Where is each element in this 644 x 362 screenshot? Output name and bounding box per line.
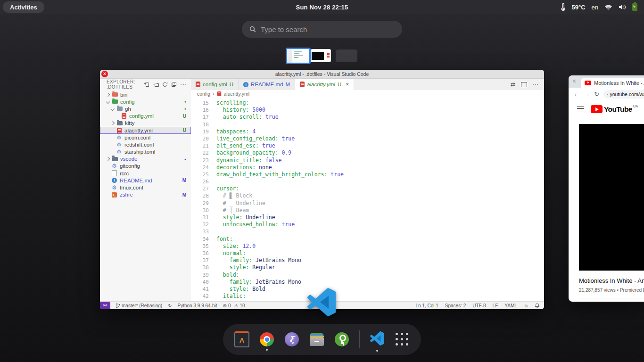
code-line[interactable]: 18 [191, 121, 544, 128]
code-line[interactable]: 37 family: JetBrains Mono [191, 257, 544, 264]
code-line[interactable]: 40 family: JetBrains Mono [191, 279, 544, 286]
more-actions-icon[interactable]: ··· [180, 82, 187, 86]
tree-item-readme-md[interactable]: iREADME.mdM [100, 177, 191, 184]
video-player[interactable] [579, 124, 644, 271]
back-button[interactable]: ← [573, 90, 579, 98]
tree-item-alacritty-yml[interactable]: alacritty.ymlU [100, 127, 191, 134]
language-mode[interactable]: YAML [504, 303, 517, 308]
tree-item-redshift-conf[interactable]: ⚙redshift.conf [100, 141, 191, 148]
dock-item-emacs[interactable]: ξ [284, 332, 299, 346]
code-line[interactable]: 25draw_bold_text_with_bright_colors: tru… [191, 171, 544, 178]
tree-item-picom-conf[interactable]: ⚙picom.conf [100, 134, 191, 141]
vscode-app-icon[interactable] [307, 288, 336, 316]
code-line[interactable]: 42 italic: [191, 293, 544, 300]
code-line[interactable]: 22background_opacity: 0.9 [191, 149, 544, 156]
system-status-area[interactable]: 59°C en ϟ [561, 0, 637, 14]
clock[interactable]: Sun Nov 28 22:15 [0, 4, 644, 11]
code-line[interactable]: 27cursor: [191, 185, 544, 192]
search-input[interactable]: Type to search [242, 21, 402, 38]
workspace-thumbnail-empty[interactable] [336, 49, 357, 62]
sync-icon[interactable]: ↻ [168, 303, 172, 308]
dock-item-chrome[interactable] [259, 332, 274, 346]
refresh-icon[interactable] [162, 82, 168, 87]
code-line[interactable]: 28 # ▋ Block [191, 192, 544, 199]
forward-button[interactable]: → [584, 90, 590, 98]
workspace-thumbnail-active[interactable] [286, 48, 311, 64]
tree-item-kitty[interactable]: kitty [100, 120, 191, 127]
python-interpreter[interactable]: Python 3.9.9 64-bit [178, 303, 217, 308]
code-editor[interactable]: 15scrolling:16 history: 500017 auto_scro… [191, 98, 544, 302]
dock-item-passwords[interactable] [334, 332, 349, 346]
tab-close-icon[interactable]: × [346, 81, 349, 88]
tree-item-gitconfig[interactable]: ⚙gitconfig [100, 163, 191, 170]
tab-alacritty-yml[interactable]: alacritty.ymlU× [295, 79, 354, 90]
encoding[interactable]: UTF-8 [472, 303, 486, 308]
tree-item-bin[interactable]: bin [100, 91, 191, 98]
vscode-titlebar[interactable]: alacritty.yml - .dotfiles - Visual Studi… [100, 70, 544, 79]
code-line[interactable]: 34font: [191, 236, 544, 243]
code-line[interactable]: 36 normal: [191, 250, 544, 257]
breadcrumb[interactable]: config › alacritty.yml [191, 90, 544, 98]
dock-item-files[interactable] [309, 333, 324, 346]
code-line[interactable]: 15scrolling: [191, 99, 544, 107]
vscode-window[interactable]: alacritty.yml - .dotfiles - Visual Studi… [100, 70, 544, 309]
tree-item-tmux-conf[interactable]: ⚙tmux.conf [100, 184, 191, 191]
code-line[interactable]: 35 size: 12.0 [191, 243, 544, 250]
reload-button[interactable]: ↻ [594, 90, 599, 98]
split-editor-icon[interactable] [521, 82, 527, 87]
code-line[interactable]: 24decorations: none [191, 164, 544, 171]
code-line[interactable]: 39 bold: [191, 272, 544, 279]
menu-icon[interactable] [577, 106, 584, 112]
tree-item-starship-toml[interactable]: ⚙starship.toml [100, 148, 191, 156]
window-close-button[interactable]: × [101, 71, 108, 77]
feedback-icon[interactable]: ☺ [524, 303, 528, 308]
problems-status[interactable]: ⊗0 ⚠10 [223, 303, 245, 308]
explorer-header: EXPLORER: .DOTFILES [107, 79, 144, 90]
tab-readme-md[interactable]: iREADME.mdM [239, 79, 295, 90]
code-line[interactable]: 38 style: Regular [191, 264, 544, 271]
code-line[interactable]: 17 auto_scroll: true [191, 114, 544, 121]
code-line[interactable]: 20live_config_reload: true [191, 135, 544, 142]
tree-item-vscode[interactable]: vscode● [100, 156, 191, 163]
tree-item-config[interactable]: config● [100, 98, 191, 105]
git-branch-status[interactable]: master* (Rebasing) [116, 303, 162, 308]
workspace-thumbnail-2[interactable] [311, 49, 331, 62]
code-line[interactable]: 33 [191, 228, 544, 235]
new-folder-icon[interactable] [153, 82, 159, 87]
tree-item-gh[interactable]: gh● [100, 105, 191, 112]
window-close-button[interactable]: × [572, 78, 576, 84]
breadcrumb-file[interactable]: alacritty.yml [224, 91, 250, 97]
code-line[interactable]: 30 # | Beam [191, 207, 544, 214]
code-line[interactable]: 31 style: Underline [191, 214, 544, 221]
code-line-text: style: Bold [209, 286, 265, 293]
dock-item-app-grid[interactable] [395, 333, 410, 346]
tree-item-zshrc[interactable]: >_zshrcM [100, 191, 191, 198]
tree-item-config-yml[interactable]: config.ymlU [100, 113, 191, 120]
notifications-bell-icon[interactable] [535, 303, 539, 308]
code-line[interactable]: 32 unfocused_hollow: true [191, 221, 544, 228]
code-line[interactable]: 29 # _ Underline [191, 200, 544, 207]
open-changes-icon[interactable]: ⇄ [511, 81, 515, 88]
code-line[interactable]: 23dynamic_title: false [191, 157, 544, 164]
indentation[interactable]: Spaces: 2 [445, 303, 466, 308]
tree-item-rcrc[interactable]: rcrc [100, 170, 191, 177]
dock-item-vscode[interactable] [370, 331, 385, 347]
remote-indicator[interactable]: >< [100, 302, 110, 309]
cursor-position[interactable]: Ln 1, Col 1 [415, 303, 438, 308]
new-file-icon[interactable] [144, 82, 149, 87]
collapse-all-icon[interactable] [171, 82, 177, 87]
dock-item-alacritty[interactable]: Λ [234, 331, 249, 347]
editor-more-actions-icon[interactable]: ··· [533, 81, 538, 88]
code-line[interactable]: 21alt_send_esc: true [191, 142, 544, 149]
youtube-logo[interactable]: YouTube UA [591, 104, 638, 114]
code-line[interactable]: 41 style: Bold [191, 286, 544, 293]
code-line[interactable]: 19tabspaces: 4 [191, 128, 544, 135]
address-bar[interactable]: youtube.com/wa [603, 90, 644, 99]
code-line[interactable]: 26 [191, 178, 544, 185]
browser-tab[interactable]: Motionless In White - A [581, 78, 644, 88]
eol-sequence[interactable]: LF [493, 303, 498, 308]
breadcrumb-folder[interactable]: config [197, 91, 210, 97]
tab-config-yml[interactable]: config.ymlU [191, 79, 239, 90]
chrome-window[interactable]: × Motionless In White - A ← → ↻ youtube.… [569, 75, 644, 302]
code-line[interactable]: 16 history: 5000 [191, 107, 544, 114]
